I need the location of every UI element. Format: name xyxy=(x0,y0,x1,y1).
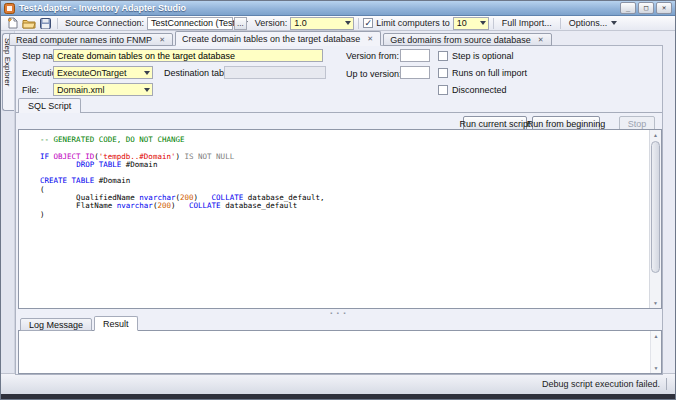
step-optional-checkbox[interactable] xyxy=(438,51,448,61)
version-from-input[interactable] xyxy=(400,49,430,62)
code-line: CREATE TABLE #Domain xyxy=(40,177,649,185)
sql-code[interactable]: -- GENERATED CODE, DO NOT CHANGE IF OBJE… xyxy=(19,130,649,308)
status-bar: Debug script execution failed. xyxy=(1,373,675,394)
code-line: ) xyxy=(40,211,649,219)
editor-scrollbar[interactable] xyxy=(649,130,661,308)
tab-get-domains[interactable]: Get domains from source database xyxy=(383,33,552,46)
save-icon[interactable] xyxy=(40,18,51,29)
code-line: -- GENERATED CODE, DO NOT CHANGE xyxy=(40,136,649,144)
toolbar-separator xyxy=(560,18,561,29)
disconnected-checkbox-row: Disconnected xyxy=(438,84,507,96)
scroll-up-icon[interactable] xyxy=(650,130,661,140)
sql-editor[interactable]: -- GENERATED CODE, DO NOT CHANGE IF OBJE… xyxy=(18,129,662,309)
version-combo[interactable]: 1.0 xyxy=(290,17,354,30)
tab-create-domain-tables[interactable]: Create domain tables on the target datab… xyxy=(175,31,381,46)
runs-full-import-checkbox[interactable] xyxy=(438,68,448,78)
window-title: TestAdapter - Inventory Adapter Studio xyxy=(19,3,620,13)
step-tabstrip: Read computer names into FNMP Create dom… xyxy=(9,31,554,46)
step-optional-label: Step is optional xyxy=(452,51,514,61)
status-message: Debug script execution failed. xyxy=(542,379,660,389)
source-connection-browse-button[interactable]: ... xyxy=(234,17,247,30)
disconnected-label: Disconnected xyxy=(452,85,507,95)
scroll-down-icon[interactable] xyxy=(651,363,661,373)
destination-table-input xyxy=(224,66,326,79)
tab-close-icon[interactable] xyxy=(158,36,166,44)
up-to-version-input[interactable] xyxy=(400,66,430,79)
new-file-icon[interactable] xyxy=(7,17,18,29)
maximize-button[interactable]: □ xyxy=(638,2,654,14)
output-tabstrip: Log Message Result xyxy=(20,316,140,331)
disconnected-checkbox[interactable] xyxy=(438,85,448,95)
full-import-button[interactable]: Full Import... xyxy=(498,18,556,28)
step-optional-checkbox-row: Step is optional xyxy=(438,50,514,62)
result-panel xyxy=(18,330,662,374)
code-line xyxy=(40,169,649,177)
toolbar-separator xyxy=(57,18,58,29)
toolbar-separator xyxy=(493,18,494,29)
result-scrollbar[interactable] xyxy=(650,331,661,373)
toolbar-separator xyxy=(358,18,359,29)
scroll-up-icon[interactable] xyxy=(651,331,661,341)
workspace: Step Explorer Read computer names into F… xyxy=(1,31,675,373)
code-line: DROP TABLE #Domain xyxy=(40,161,649,169)
statusbar-separator xyxy=(666,378,667,390)
dock-strip: Step Explorer xyxy=(1,31,15,373)
execution-combo[interactable]: ExecuteOnTarget xyxy=(53,66,153,79)
options-button[interactable]: Options... xyxy=(565,18,622,28)
app-window: TestAdapter - Inventory Adapter Studio _… xyxy=(0,0,676,400)
limit-computers-checkbox[interactable] xyxy=(363,18,373,28)
limit-computers-label: Limit computers to xyxy=(376,18,450,28)
sql-script-panel: Run current script Run from beginning St… xyxy=(16,112,662,309)
code-line: FlatName nvarchar(200) COLLATE database_… xyxy=(40,202,649,210)
version-from-label: Version from: xyxy=(346,50,399,63)
limit-computers-combo[interactable]: 10 xyxy=(453,17,489,30)
sql-script-tab[interactable]: SQL Script xyxy=(18,98,81,113)
scrollbar-thumb[interactable] xyxy=(651,141,660,273)
title-bar: TestAdapter - Inventory Adapter Studio _… xyxy=(1,1,675,16)
runs-full-import-checkbox-row: Runs on full import xyxy=(438,67,527,79)
tab-close-icon[interactable] xyxy=(366,35,374,43)
source-connection-combo[interactable]: TestConnection (Test) xyxy=(147,17,233,30)
main-toolbar: Source Connection: TestConnection (Test)… xyxy=(1,16,675,31)
scroll-down-icon[interactable] xyxy=(650,298,661,308)
window-bottom-border xyxy=(1,394,675,399)
close-button[interactable]: ✕ xyxy=(656,2,672,14)
tab-log-message[interactable]: Log Message xyxy=(20,318,92,331)
minimize-button[interactable]: _ xyxy=(620,2,636,14)
tab-close-icon[interactable] xyxy=(537,36,545,44)
step-name-input[interactable] xyxy=(53,49,323,62)
file-label: File: xyxy=(22,84,39,97)
source-connection-label: Source Connection: xyxy=(65,18,144,28)
tab-result[interactable]: Result xyxy=(94,316,138,331)
version-label: Version: xyxy=(255,18,288,28)
file-combo[interactable]: Domain.xml xyxy=(53,83,153,96)
tab-read-computer-names[interactable]: Read computer names into FNMP xyxy=(9,33,173,46)
open-folder-icon[interactable] xyxy=(22,18,36,29)
app-icon xyxy=(4,3,15,14)
step-page: Step name: Version from: Step is optiona… xyxy=(15,45,663,375)
splitter-grip-icon[interactable] xyxy=(16,309,662,316)
runs-full-import-label: Runs on full import xyxy=(452,68,527,78)
